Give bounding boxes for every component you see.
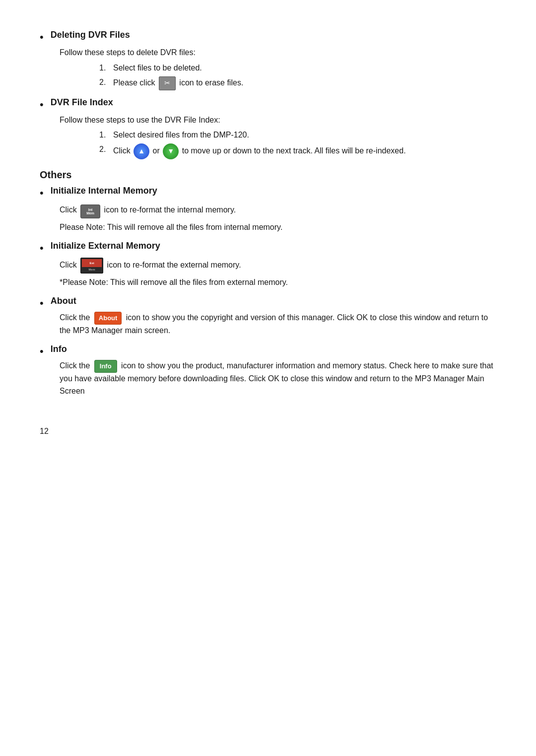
step2-num: 2. bbox=[99, 76, 113, 89]
int-mem-box: Int Mem bbox=[80, 205, 100, 218]
bullet-dot-extmem: • bbox=[40, 242, 44, 255]
idx-step1-text: Select desired files from the DMP-120. bbox=[113, 129, 249, 141]
dvr-file-index-intro: Follow these steps to use the DVR File I… bbox=[60, 114, 496, 127]
about-content: Click the About icon to show you the cop… bbox=[60, 312, 496, 337]
deleting-dvr-step2: 2. Please click ✂ icon to erase files. bbox=[99, 76, 496, 90]
deleting-dvr-intro: Follow these steps to delete DVR files: bbox=[60, 47, 496, 59]
init-external-body-text: icon to re-format the external memory. bbox=[107, 261, 241, 269]
up-arrow-icon: ▲ bbox=[134, 143, 149, 159]
click-about-prefix: Click the bbox=[60, 313, 90, 322]
init-internal-section: • Initialize Internal Memory Click Int M… bbox=[40, 186, 496, 234]
info-body-text: icon to show you the product, manufactur… bbox=[60, 361, 493, 395]
deleting-dvr-step1: 1. Select files to be deleted. bbox=[99, 62, 496, 74]
init-external-section: • Initialize External Memory Click Ext M… bbox=[40, 241, 496, 289]
info-bullet: • Info bbox=[40, 344, 496, 358]
others-heading: Others bbox=[40, 169, 496, 181]
idx-step2-text: Click ▲ or ▼ to move up or down to the n… bbox=[113, 143, 406, 159]
deleting-dvr-steps: 1. Select files to be deleted. 2. Please… bbox=[99, 62, 496, 90]
dvr-file-index-title: DVR File Index bbox=[51, 97, 113, 108]
bullet-dot-intmem: • bbox=[40, 187, 44, 200]
click-ext-prefix: Click bbox=[60, 261, 77, 269]
init-internal-note: Please Note: This will remove all the fi… bbox=[60, 221, 496, 234]
int-mem-label-top: Int bbox=[88, 208, 93, 211]
bullet-dot-index: • bbox=[40, 98, 44, 111]
page-number: 12 bbox=[40, 427, 496, 436]
init-external-bullet: • Initialize External Memory bbox=[40, 241, 496, 255]
about-button-icon: About bbox=[94, 312, 122, 325]
deleting-dvr-title: Deleting DVR Files bbox=[51, 30, 130, 40]
dvr-file-index-section: • DVR File Index Follow these steps to u… bbox=[40, 97, 496, 160]
idx-step1-num: 1. bbox=[99, 129, 113, 141]
step1-num: 1. bbox=[99, 62, 113, 74]
init-internal-body: Click Int Mem icon to re-format the inte… bbox=[60, 203, 496, 218]
click-int-prefix: Click bbox=[60, 206, 77, 214]
dvr-file-index-steps: 1. Select desired files from the DMP-120… bbox=[99, 129, 496, 159]
ext-mem-icon: Ext Mem bbox=[80, 258, 103, 274]
info-button-icon: Info bbox=[94, 360, 117, 373]
init-internal-bullet: • Initialize Internal Memory bbox=[40, 186, 496, 200]
init-internal-body-text: icon to re-format the internal memory. bbox=[104, 206, 236, 214]
info-content: Click the Info icon to show you the prod… bbox=[60, 360, 496, 398]
bullet-dot-about: • bbox=[40, 297, 44, 310]
dvr-index-step1: 1. Select desired files from the DMP-120… bbox=[99, 129, 496, 141]
click-info-prefix: Click the bbox=[60, 361, 90, 370]
int-mem-label-bot: Mem bbox=[86, 211, 94, 215]
init-external-body: Click Ext Mem icon to re-format the exte… bbox=[60, 258, 496, 274]
init-internal-title: Initialize Internal Memory bbox=[51, 186, 157, 196]
down-arrow-icon: ▼ bbox=[163, 143, 179, 159]
step1-text: Select files to be deleted. bbox=[113, 62, 202, 74]
bullet-dot-dvr: • bbox=[40, 31, 44, 44]
init-external-content: Click Ext Mem icon to re-format the exte… bbox=[60, 258, 496, 274]
deleting-dvr-section: • Deleting DVR Files Follow these steps … bbox=[40, 30, 496, 90]
dvr-file-index-bullet: • DVR File Index bbox=[40, 97, 496, 111]
click-label: Click bbox=[113, 146, 131, 155]
bullet-dot-info: • bbox=[40, 345, 44, 358]
info-body: Click the Info icon to show you the prod… bbox=[60, 360, 496, 398]
about-body: Click the About icon to show you the cop… bbox=[60, 312, 496, 337]
init-external-note: *Please Note: This will remove all the f… bbox=[60, 276, 496, 289]
init-internal-content: Click Int Mem icon to re-format the inte… bbox=[60, 203, 496, 234]
about-title: About bbox=[51, 296, 76, 306]
idx-step2-num: 2. bbox=[99, 143, 113, 156]
erase-icon: ✂ bbox=[159, 76, 176, 90]
about-body-text: icon to show you the copyright and versi… bbox=[60, 313, 488, 335]
info-title: Info bbox=[51, 344, 67, 354]
about-section: • About Click the About icon to show you… bbox=[40, 296, 496, 337]
about-bullet: • About bbox=[40, 296, 496, 310]
ext-mem-label-top: Ext bbox=[82, 259, 102, 268]
init-external-title: Initialize External Memory bbox=[51, 241, 160, 251]
info-section: • Info Click the Info icon to show you t… bbox=[40, 344, 496, 398]
deleting-dvr-content: Follow these steps to delete DVR files: … bbox=[60, 47, 496, 90]
int-mem-icon: Int Mem bbox=[80, 203, 100, 218]
ext-mem-label-bot: Mem bbox=[88, 268, 95, 272]
dvr-index-step2: 2. Click ▲ or ▼ to move up or down to th… bbox=[99, 143, 496, 159]
dvr-file-index-content: Follow these steps to use the DVR File I… bbox=[60, 114, 496, 160]
deleting-dvr-bullet: • Deleting DVR Files bbox=[40, 30, 496, 44]
step2-text: Please click ✂ icon to erase files. bbox=[113, 76, 243, 90]
